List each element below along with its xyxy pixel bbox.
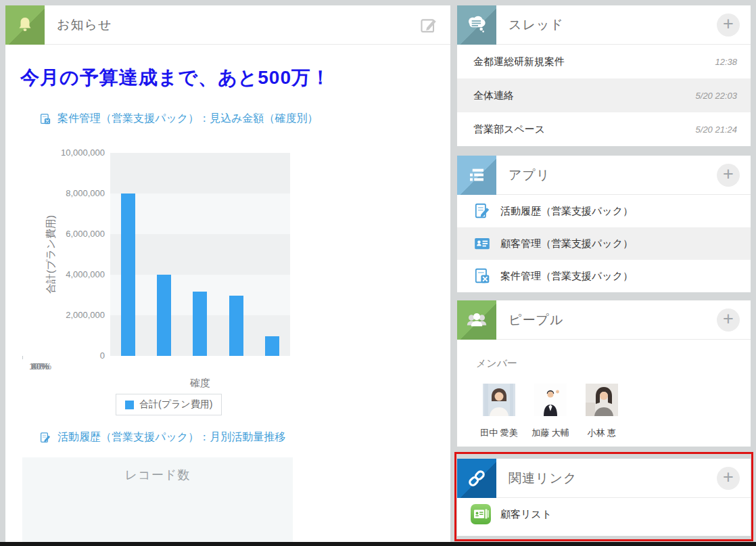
customer-id-card-icon — [473, 235, 491, 252]
people-panel: ピープル + メンバー 田中 愛美 — [457, 300, 751, 447]
thread-row[interactable]: 営業部スペース 5/20 21:24 — [457, 112, 751, 146]
y-tick: 10,000,000 — [22, 147, 105, 158]
apps-panel: アプリ + 活動履歴（営業支援パック） 顧客管理（営業支援パック） — [457, 156, 751, 292]
app-row[interactable]: 顧客管理（営業支援パック） — [457, 227, 751, 260]
case-doc-icon — [39, 113, 51, 125]
notice-panel-header: お知らせ — [5, 5, 450, 45]
window-bottom-edge — [0, 542, 756, 546]
notice-panel-title: お知らせ — [57, 16, 112, 34]
y-tick: 8,000,000 — [22, 188, 105, 198]
related-links-panel: 関連リンク + 顧客リスト — [457, 459, 751, 536]
apps-panel-header: アプリ + — [457, 156, 751, 195]
related-links-title: 関連リンク — [509, 470, 577, 487]
member-name: 加藤 大輔 — [531, 427, 569, 439]
notice-panel: お知らせ 今月の予算達成まで、あと500万！ 案件管理（営業支援パック）：見込み… — [5, 5, 450, 543]
people-panel-title: ピープル — [509, 311, 563, 329]
x-tickmark — [22, 356, 23, 359]
add-app-button[interactable]: + — [717, 164, 740, 187]
case-doc-icon — [473, 267, 491, 285]
thread-timestamp: 12:38 — [715, 57, 737, 67]
records-chart-title: レコード数 — [22, 457, 293, 483]
add-people-button[interactable]: + — [717, 309, 740, 332]
member-name: 小林 恵 — [588, 427, 617, 439]
chain-link-icon — [457, 459, 496, 498]
add-link-button[interactable]: + — [717, 467, 740, 490]
app-label: 活動履歴（営業支援パック） — [500, 205, 633, 218]
related-link-row[interactable]: 顧客リスト — [457, 498, 751, 530]
threads-panel-title: スレッド — [509, 16, 564, 34]
announcement-text: 今月の予算達成まで、あと500万！ — [20, 65, 331, 91]
related-links-header: 関連リンク + — [457, 459, 751, 498]
x-category: 100% — [22, 361, 58, 371]
activity-doc-icon — [39, 432, 51, 444]
app-label: 案件管理（営業支援パック） — [500, 270, 633, 283]
thread-timestamp: 5/20 22:03 — [696, 91, 737, 101]
thread-title: 金都運総研新規案件 — [473, 55, 565, 68]
app-label: 顧客管理（営業支援パック） — [500, 237, 633, 250]
chart-x-axis-label: 確度 — [110, 377, 290, 390]
thread-timestamp: 5/20 21:24 — [696, 124, 737, 135]
chart-legend: 合計(プラン費用) — [116, 394, 222, 415]
avatar — [586, 384, 618, 416]
bar-40pct — [121, 194, 135, 356]
y-tick: 2,000,000 — [22, 310, 105, 320]
chart2-link-label: 活動履歴（営業支援パック）：月別活動量推移 — [57, 430, 285, 445]
chart2-link[interactable]: 活動履歴（営業支援パック）：月別活動量推移 — [39, 430, 285, 445]
legend-swatch — [125, 401, 134, 409]
y-tick: 0 — [22, 350, 105, 361]
bar-100pct — [265, 336, 279, 356]
member-item[interactable]: 田中 愛美 — [473, 384, 525, 439]
bar-60pct — [193, 292, 207, 356]
y-tick: 6,000,000 — [22, 229, 105, 239]
app-row[interactable]: 活動履歴（営業支援パック） — [457, 195, 751, 227]
threads-panel-header: スレッド + — [457, 5, 751, 45]
legend-label: 合計(プラン費用) — [139, 399, 212, 411]
chart-plot-area — [110, 153, 290, 356]
records-chart-block: レコード数 — [22, 457, 293, 543]
thread-row[interactable]: 全体連絡 5/20 22:03 — [457, 78, 751, 112]
members-row: 田中 愛美 加藤 大輔 — [473, 384, 751, 439]
apps-panel-title: アプリ — [509, 166, 550, 184]
people-panel-header: ピープル + — [457, 300, 751, 340]
avatar — [534, 384, 567, 416]
add-thread-button[interactable]: + — [717, 14, 740, 37]
chart1-link[interactable]: 案件管理（営業支援パック）：見込み金額（確度別） — [39, 112, 318, 126]
member-item[interactable]: 加藤 大輔 — [525, 384, 576, 439]
members-group-label: メンバー — [476, 357, 751, 370]
kintone-portal: お知らせ 今月の予算達成まで、あと500万！ 案件管理（営業支援パック）：見込み… — [0, 0, 756, 546]
member-item[interactable]: 小林 恵 — [576, 384, 628, 439]
thread-row[interactable]: 金都運総研新規案件 12:38 — [457, 45, 751, 78]
member-name: 田中 愛美 — [480, 427, 518, 439]
customer-list-icon — [469, 503, 492, 526]
bell-icon — [5, 5, 45, 45]
edit-icon[interactable] — [419, 16, 438, 35]
avatar — [483, 384, 515, 416]
app-list-icon — [457, 156, 496, 195]
threads-panel: スレッド + 金都運総研新規案件 12:38 全体連絡 5/20 22:03 営… — [457, 5, 751, 146]
app-row[interactable]: 案件管理（営業支援パック） — [457, 260, 751, 292]
chart1-link-label: 案件管理（営業支援パック）：見込み金額（確度別） — [57, 112, 318, 126]
people-group-icon — [457, 300, 496, 340]
y-tick: 4,000,000 — [22, 269, 105, 279]
chart-y-axis-label: 合計(プラン費用) — [45, 215, 57, 294]
forecast-bar-chart: 合計(プラン費用) 10,000,000 8,000,000 6,000,000… — [22, 142, 293, 423]
thread-title: 営業部スペース — [473, 123, 545, 136]
thread-bubble-icon — [457, 5, 496, 45]
bar-80pct — [157, 275, 171, 356]
related-link-label: 顧客リスト — [500, 508, 552, 521]
bar-20pct — [229, 296, 243, 356]
activity-doc-icon — [473, 202, 491, 220]
thread-title: 全体連絡 — [473, 89, 514, 102]
